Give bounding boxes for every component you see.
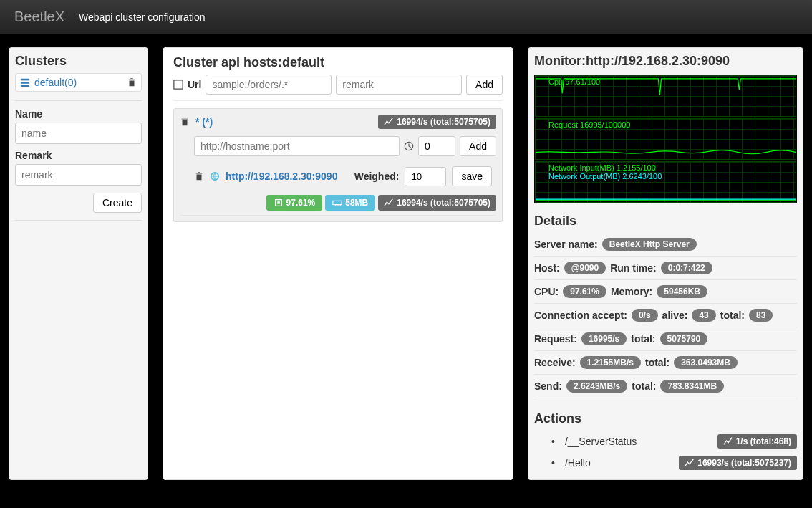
charts-area: Cpu 97.61/100 Request 16995/100000 Netwo…: [534, 75, 797, 203]
url-remark-input[interactable]: [336, 75, 462, 95]
hosts-title: Cluster api hosts:default: [173, 55, 503, 70]
trash-icon[interactable]: [127, 77, 137, 87]
alive-k: alive:: [662, 310, 688, 321]
action-item: /Hello 16993/s (total:5075237): [551, 452, 797, 474]
action-path: /Hello: [565, 457, 673, 469]
navbar: BeetleX Webapi cluster configuration: [0, 0, 812, 34]
svg-rect-1: [21, 82, 29, 84]
server-rate-badge: 16994/s (total:5075705): [378, 195, 496, 211]
route-header: * (*) 16994/s (total:5075705): [180, 115, 496, 129]
host-v: @9090: [564, 262, 606, 274]
server-name-v: BeetleX Http Server: [602, 238, 697, 251]
detail-request: Request: 16995/s total: 5075790: [534, 327, 797, 351]
req-total-k: total:: [631, 333, 655, 345]
checkbox-icon[interactable]: [173, 80, 183, 90]
cpu-badge: 97.61%: [266, 195, 323, 211]
name-input[interactable]: [15, 123, 142, 144]
monitor-title: Monitor:http://192.168.2.30:9090: [534, 54, 797, 69]
detail-receive: Receive: 1.2155MB/s total: 363.0493MB: [534, 351, 797, 375]
url-label: Url: [188, 79, 201, 90]
conn-accept-v: 0/s: [632, 309, 658, 322]
req-k: Request:: [534, 333, 577, 345]
send-total-v: 783.8341MB: [660, 380, 724, 393]
actions-title: Actions: [534, 411, 797, 426]
add-url-button[interactable]: Add: [466, 75, 503, 95]
hosts-title-value: default: [282, 55, 324, 70]
request-chart-label: Request 16995/100000: [548, 120, 630, 129]
host-k: Host:: [534, 262, 560, 274]
action-rate-text: 16993/s (total:5075237): [697, 458, 791, 468]
cpu-badge-text: 97.61%: [286, 198, 316, 208]
remark-label: Remark: [15, 150, 142, 161]
clock-icon: [404, 141, 414, 151]
navbar-subtitle: Webapi cluster configuration: [79, 11, 205, 23]
runtime-k: Run time:: [610, 262, 657, 274]
mem-v: 59456KB: [657, 285, 707, 298]
detail-conn: Connection accept: 0/s alive: 43 total: …: [534, 304, 797, 327]
host-input[interactable]: [194, 136, 400, 156]
mem-badge-text: 58MB: [345, 198, 368, 208]
create-button[interactable]: Create: [93, 193, 142, 213]
net-out-label: Network Output(MB) 2.6243/100: [548, 172, 662, 181]
chart-icon: [384, 198, 394, 208]
hosts-title-prefix: Cluster api hosts:: [173, 55, 282, 70]
action-rate-badge: 1/s (total:468): [717, 434, 797, 449]
network-chart: Network Input(MB) 1.2155/100 Network Out…: [535, 161, 796, 203]
name-label: Name: [15, 108, 142, 120]
conn-total-k: total:: [720, 310, 745, 321]
add-host-button[interactable]: Add: [460, 136, 496, 156]
conn-accept-k: Connection accept:: [534, 310, 627, 321]
server-icon: [210, 171, 220, 181]
server-name-k: Server name:: [534, 239, 598, 250]
weighed-input[interactable]: [405, 167, 446, 186]
svg-rect-7: [277, 201, 280, 204]
monitor-title-value: http://192.168.2.30:9090: [586, 54, 730, 68]
trash-icon[interactable]: [194, 171, 204, 181]
cpu-k: CPU:: [534, 286, 559, 297]
weighed-label: Weighed:: [354, 171, 400, 182]
cpu-chart: Cpu 97.61/100: [535, 75, 796, 117]
action-item: /__ServerStatus 1/s (total:468): [551, 431, 797, 452]
action-path: /__ServerStatus: [565, 436, 712, 447]
hosts-panel: Cluster api hosts:default Url Add * (*) …: [163, 47, 513, 480]
save-button[interactable]: save: [452, 166, 492, 186]
detail-servername: Server name: BeetleX Http Server: [534, 233, 797, 257]
chart-icon: [685, 458, 695, 468]
chart-icon: [384, 117, 394, 127]
remark-input[interactable]: [15, 164, 142, 186]
cpu-chart-label: Cpu 97.61/100: [548, 77, 600, 86]
recv-total-v: 363.0493MB: [674, 356, 738, 369]
divider: [15, 220, 142, 221]
chart-icon: [723, 436, 733, 446]
detail-send: Send: 2.6243MB/s total: 783.8341MB: [534, 375, 797, 398]
cpu-v: 97.61%: [563, 285, 606, 298]
trash-icon[interactable]: [180, 117, 190, 127]
route-rate-text: 16994/s (total:5075705): [397, 117, 490, 127]
server-stats-row: 97.61% 58MB 16994/s (total:5075705): [180, 195, 496, 216]
req-total-v: 5075790: [660, 332, 708, 345]
host-add-row: Add: [180, 136, 496, 156]
send-total-k: total:: [632, 380, 656, 392]
runtime-v: 0:0:7:422: [661, 262, 712, 274]
server-row: http://192.168.2.30:9090 Weighed: save: [180, 165, 496, 188]
cluster-item[interactable]: default(0): [15, 73, 142, 92]
route-pattern: * (*): [195, 116, 372, 128]
net-in-label: Network Input(MB) 1.2155/100: [548, 163, 656, 172]
server-rate-text: 16994/s (total:5075705): [397, 198, 490, 208]
monitor-panel: Monitor:http://192.168.2.30:9090 Cpu 97.…: [528, 47, 803, 480]
recv-k: Receive:: [534, 357, 576, 368]
list-icon: [20, 77, 30, 87]
url-input[interactable]: [206, 75, 332, 95]
url-add-row: Url Add: [173, 75, 503, 101]
alive-v: 43: [692, 309, 715, 322]
clusters-panel: Clusters default(0) Name Remark Create: [9, 47, 148, 480]
detail-host: Host: @9090 Run time: 0:0:7:422: [534, 257, 797, 280]
mem-badge: 58MB: [325, 195, 375, 211]
conn-total-v: 83: [749, 309, 773, 322]
server-link[interactable]: http://192.168.2.30:9090: [226, 171, 349, 182]
req-v: 16995/s: [581, 332, 627, 345]
divider: [15, 100, 142, 101]
cluster-link[interactable]: default(0): [34, 77, 122, 88]
mem-k: Memory:: [611, 286, 652, 297]
weight-input[interactable]: [418, 136, 455, 156]
